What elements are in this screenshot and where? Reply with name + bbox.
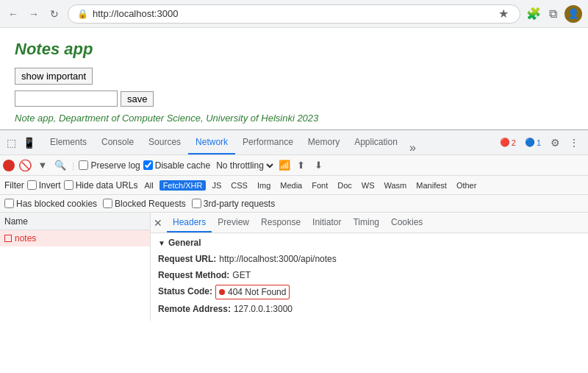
devtools-right-icons: 🔴 2 🔵 1 ⚙ ⋮: [497, 135, 585, 151]
save-button[interactable]: save: [121, 91, 154, 107]
window-icon[interactable]: ⧉: [545, 7, 560, 21]
detail-referrer-policy-row: Referrer Policy: strict-origin-when-cros…: [158, 317, 581, 321]
filter-ws[interactable]: WS: [358, 180, 379, 191]
inspect-icon[interactable]: ⬚: [3, 135, 19, 151]
detail-tab-timing[interactable]: Timing: [347, 213, 385, 232]
throttle-select[interactable]: No throttling Slow 3G Fast 3G: [213, 160, 276, 171]
detail-request-method-row: Request Method: GET: [158, 267, 581, 283]
filter-label: Filter: [4, 180, 24, 191]
back-button[interactable]: ←: [6, 7, 21, 21]
forward-button[interactable]: →: [26, 7, 41, 21]
clear-icon[interactable]: 🚫: [18, 159, 32, 172]
detail-tab-headers[interactable]: Headers: [167, 213, 212, 232]
page-content: Notes app show important save Note app, …: [0, 28, 588, 129]
detail-tab-response[interactable]: Response: [255, 213, 306, 232]
detail-status-code-row: Status Code: 404 Not Found: [158, 283, 581, 301]
show-important-button[interactable]: show important: [15, 68, 93, 85]
detail-request-url-row: Request URL: http://localhost:3000/api/n…: [158, 251, 581, 267]
detail-remote-address-row: Remote Address: 127.0.0.1:3000: [158, 301, 581, 317]
tab-application[interactable]: Application: [347, 130, 405, 154]
detail-tab-preview[interactable]: Preview: [212, 213, 255, 232]
info-icon: 🔵: [525, 138, 535, 147]
detail-tab-initiator[interactable]: Initiator: [306, 213, 347, 232]
status-code-badge: 404 Not Found: [215, 285, 290, 299]
tab-elements[interactable]: Elements: [43, 130, 94, 154]
info-badge: 🔵 1: [522, 137, 544, 148]
chrome-icons: 🧩 ⧉ 👤: [526, 5, 582, 23]
upload-icon[interactable]: ⬆: [293, 160, 308, 171]
requests-header: Name: [0, 213, 150, 230]
browser-chrome: ← → ↻ 🔒 http://localhost:3000 ★ 🧩 ⧉ 👤: [0, 0, 588, 28]
request-row[interactable]: notes: [0, 230, 150, 246]
address-bar[interactable]: 🔒 http://localhost:3000 ★: [68, 4, 520, 24]
filter-css[interactable]: CSS: [227, 180, 251, 191]
detail-content: ▼ General Request URL: http://localhost:…: [151, 233, 588, 321]
devtools: ⬚ 📱 Elements Console Sources Network Per…: [0, 129, 588, 321]
download-icon[interactable]: ⬇: [311, 160, 326, 171]
status-dot-icon: [219, 289, 225, 295]
preserve-log-checkbox[interactable]: Preserve log: [79, 160, 140, 171]
filter-font[interactable]: Font: [308, 180, 331, 191]
requests-list: Name notes: [0, 213, 151, 321]
filter-manifest[interactable]: Manifest: [412, 180, 451, 191]
footer-text: Note app, Department of Computer Science…: [15, 113, 573, 124]
extension-icon[interactable]: 🧩: [526, 7, 541, 21]
filter-img[interactable]: Img: [254, 180, 274, 191]
wifi-icon: 📶: [279, 160, 290, 171]
filter-icon[interactable]: ▼: [35, 160, 50, 171]
device-icon[interactable]: 📱: [21, 135, 37, 151]
detail-tab-cookies[interactable]: Cookies: [385, 213, 429, 232]
devtools-left-icons: ⬚ 📱: [3, 135, 37, 151]
filter-fetchxhr[interactable]: Fetch/XHR: [159, 180, 207, 191]
record-button[interactable]: [3, 160, 15, 171]
search-icon[interactable]: 🔍: [53, 160, 68, 171]
detail-close-button[interactable]: ✕: [154, 217, 162, 229]
filter-all[interactable]: All: [140, 180, 157, 191]
network-panel: Name notes ✕ Headers Preview Response In…: [0, 213, 588, 321]
settings-icon[interactable]: ⚙: [547, 135, 563, 151]
error-badge: 🔴 2: [497, 137, 519, 148]
tab-sources[interactable]: Sources: [141, 130, 188, 154]
blocked-requests-checkbox[interactable]: Blocked Requests: [103, 199, 186, 209]
note-input[interactable]: [15, 90, 118, 107]
error-circle-icon: 🔴: [500, 138, 510, 147]
more-options-icon[interactable]: ⋮: [566, 135, 582, 151]
avatar[interactable]: 👤: [564, 5, 582, 23]
general-section-title: ▼ General: [158, 238, 581, 248]
devtools-topbar: ⬚ 📱 Elements Console Sources Network Per…: [0, 130, 588, 155]
invert-checkbox[interactable]: Invert: [27, 180, 61, 191]
filter-js[interactable]: JS: [208, 180, 225, 191]
filter-bar: Filter Invert Hide data URLs All Fetch/X…: [0, 176, 588, 195]
tab-performance[interactable]: Performance: [235, 130, 301, 154]
hide-data-urls-checkbox[interactable]: Hide data URLs: [64, 180, 138, 191]
filter-doc[interactable]: Doc: [334, 180, 356, 191]
tab-console[interactable]: Console: [94, 130, 141, 154]
tab-network[interactable]: Network: [188, 130, 235, 154]
devtools-tabs: Elements Console Sources Network Perform…: [43, 130, 497, 154]
url-text: http://localhost:3000: [93, 8, 492, 19]
request-name: notes: [15, 233, 36, 244]
lock-icon: 🔒: [77, 9, 88, 19]
app-title: Notes app: [15, 40, 573, 59]
blocked-cookies-checkbox[interactable]: Has blocked cookies: [4, 199, 97, 209]
tab-memory[interactable]: Memory: [301, 130, 347, 154]
input-row: save: [15, 90, 573, 107]
network-toolbar: 🚫 ▼ 🔍 | Preserve log Disable cache No th…: [0, 155, 588, 176]
filter-wasm[interactable]: Wasm: [381, 180, 411, 191]
third-party-checkbox[interactable]: 3rd-party requests: [192, 199, 275, 209]
request-error-icon: [4, 235, 12, 242]
more-tabs-button[interactable]: »: [405, 141, 420, 154]
filter-other[interactable]: Other: [453, 180, 481, 191]
reload-button[interactable]: ↻: [47, 7, 62, 21]
detail-tabs: ✕ Headers Preview Response Initiator Tim…: [151, 213, 588, 233]
filter-media[interactable]: Media: [276, 180, 306, 191]
bookmark-icon[interactable]: ★: [496, 7, 511, 21]
blocked-bar: Has blocked cookies Blocked Requests 3rd…: [0, 195, 588, 213]
disable-cache-checkbox[interactable]: Disable cache: [143, 160, 210, 171]
filter-type-options: All Fetch/XHR JS CSS Img Media Font Doc …: [140, 180, 584, 191]
detail-panel: ✕ Headers Preview Response Initiator Tim…: [151, 213, 588, 321]
section-toggle-icon[interactable]: ▼: [158, 239, 165, 247]
